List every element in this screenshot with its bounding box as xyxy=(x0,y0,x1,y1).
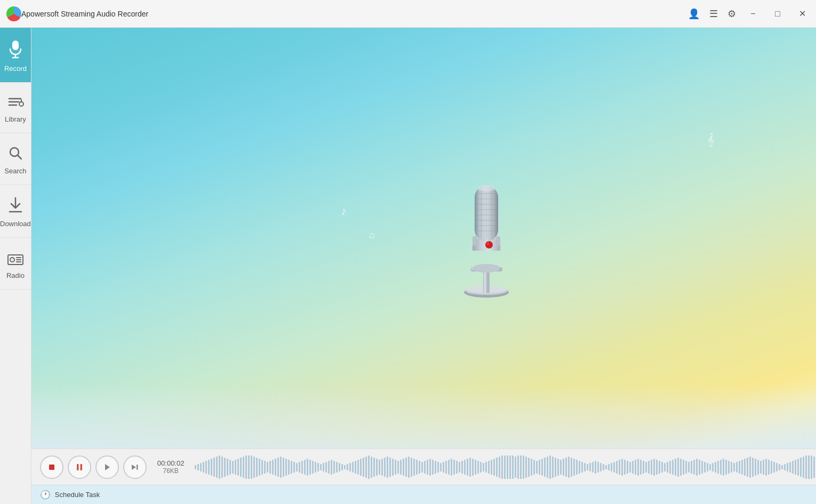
wave-bar xyxy=(797,459,799,476)
svg-rect-46 xyxy=(80,464,82,470)
maximize-button[interactable]: □ xyxy=(770,6,785,21)
wave-bar xyxy=(720,460,722,475)
svg-rect-42 xyxy=(496,236,500,246)
wave-bar xyxy=(779,464,780,470)
wave-bar xyxy=(453,460,455,475)
wave-bar xyxy=(547,457,548,478)
wave-bar xyxy=(696,459,698,476)
library-icon xyxy=(7,94,24,112)
wave-bar xyxy=(565,458,567,477)
wave-bar xyxy=(483,463,484,471)
list-icon[interactable]: ☰ xyxy=(709,8,718,20)
wave-bar xyxy=(752,458,754,477)
wave-bar xyxy=(373,458,375,477)
svg-rect-44 xyxy=(49,465,54,470)
wave-bar xyxy=(773,462,775,473)
settings-icon[interactable]: ⚙ xyxy=(727,8,736,20)
wave-bar xyxy=(237,459,239,476)
wave-bar xyxy=(645,462,647,473)
wave-bar xyxy=(715,462,716,473)
sidebar-item-record[interactable]: Record xyxy=(0,28,31,83)
wave-bar xyxy=(320,464,322,470)
wave-bar xyxy=(536,461,538,474)
wave-bar xyxy=(707,463,708,471)
wave-bar xyxy=(256,458,258,477)
wave-bar xyxy=(787,463,788,471)
wave-bar xyxy=(525,457,527,478)
wave-bar xyxy=(389,458,391,477)
wave-bar xyxy=(592,462,594,473)
wave-bar xyxy=(755,459,756,476)
wave-bar xyxy=(480,462,482,473)
wave-bar xyxy=(595,461,596,474)
clock-icon: 🕐 xyxy=(40,490,51,500)
user-icon[interactable]: 👤 xyxy=(688,8,700,20)
wave-bar xyxy=(515,457,516,478)
wave-bar xyxy=(603,464,604,470)
wave-bar xyxy=(531,459,532,476)
minimize-button[interactable]: − xyxy=(746,6,761,21)
wave-bar xyxy=(605,465,607,469)
wave-bar xyxy=(763,460,764,475)
wave-bar xyxy=(520,455,522,479)
play-button[interactable] xyxy=(95,455,119,479)
stop-button[interactable] xyxy=(40,455,63,479)
wave-bar xyxy=(293,462,295,473)
wave-bar xyxy=(675,459,676,476)
library-label: Library xyxy=(5,115,26,123)
music-note-3: 𝄞 xyxy=(707,133,714,147)
wave-bar xyxy=(584,463,586,471)
wave-bar xyxy=(203,462,204,473)
sidebar: Record Library Search xyxy=(0,28,31,504)
pause-button[interactable] xyxy=(68,455,91,479)
wave-bar xyxy=(285,459,287,476)
microphone-icon xyxy=(7,39,24,61)
wave-bar xyxy=(717,461,719,474)
wave-bar xyxy=(387,457,388,478)
controls-bar: 00:00:02 76KB 🔊 🎙 📄 xyxy=(31,449,816,485)
time-display: 00:00:02 xyxy=(157,459,185,467)
sidebar-item-search[interactable]: Search xyxy=(0,133,31,185)
wave-bar xyxy=(221,457,223,478)
wave-bar xyxy=(693,460,695,475)
wave-bar xyxy=(344,465,346,469)
wave-bar xyxy=(472,459,474,476)
wave-bar xyxy=(317,463,319,471)
sidebar-item-library[interactable]: Library xyxy=(0,83,31,133)
svg-point-27 xyxy=(485,241,493,249)
schedule-bar[interactable]: 🕐 Schedule Task xyxy=(31,485,816,504)
wave-bar xyxy=(581,462,583,473)
content-area: ♪ ♫ 𝄞 xyxy=(31,28,816,504)
wave-bar xyxy=(432,460,434,475)
wave-bar xyxy=(539,460,540,475)
wave-bar xyxy=(259,459,260,476)
wave-bar xyxy=(571,458,572,477)
radio-label: Radio xyxy=(6,271,25,279)
skip-button[interactable] xyxy=(123,455,147,479)
wave-bar xyxy=(704,462,706,473)
wave-bar xyxy=(512,455,514,479)
wave-bar xyxy=(248,455,250,479)
wave-bar xyxy=(352,462,354,473)
sidebar-item-download[interactable]: Download xyxy=(0,185,31,238)
wave-bar xyxy=(619,460,620,475)
wave-bar xyxy=(395,460,396,475)
title-bar-controls: 👤 ☰ ⚙ − □ ✕ xyxy=(688,6,810,21)
wave-bar xyxy=(392,459,394,476)
wave-bar xyxy=(459,462,460,473)
wave-bar xyxy=(627,461,628,474)
wave-bar xyxy=(541,459,543,476)
wave-bar xyxy=(224,458,226,477)
wave-bar xyxy=(563,459,564,476)
svg-point-13 xyxy=(10,258,14,262)
wave-bar xyxy=(544,458,546,477)
wave-bar xyxy=(811,455,812,479)
wave-bar xyxy=(589,463,591,471)
sidebar-item-radio[interactable]: Radio xyxy=(0,238,31,290)
wave-bar xyxy=(272,460,274,475)
wave-bar xyxy=(341,464,343,470)
wave-bar xyxy=(637,459,639,476)
close-button[interactable]: ✕ xyxy=(795,6,810,21)
wave-bar xyxy=(725,460,727,475)
wave-bar xyxy=(400,460,402,475)
